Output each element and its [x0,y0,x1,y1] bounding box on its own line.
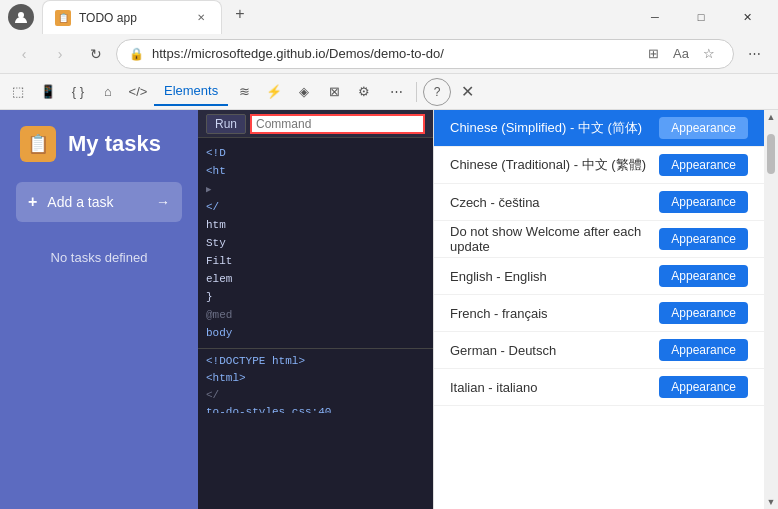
dropdown-item-label: Do not show Welcome after each update [450,224,659,254]
code-panel: Run <!D <ht ▶ </ htm Sty Filt elem } @me… [198,110,433,509]
devtools-right-with-scroll: Chinese (Simplified) - 中文 (简体)Appearance… [433,110,778,509]
memory-icon[interactable]: ◈ [290,78,318,106]
app-header: 📋 My tasks [0,110,198,174]
address-icons: ⊞ Aa ☆ [641,42,721,66]
close-button[interactable]: ✕ [724,0,770,34]
code-line: htm [198,216,433,234]
application-icon[interactable]: ⊠ [320,78,348,106]
code-line: Sty [198,234,433,252]
address-bar: ‹ › ↻ 🔒 https://microsoftedge.github.io/… [0,34,778,74]
separator [416,82,417,102]
code-line: <ht [198,162,433,180]
add-plus-icon: + [28,193,37,211]
main-area: 📋 My tasks + Add a task → No tasks defin… [0,110,778,509]
appearance-button[interactable]: Appearance [659,376,748,398]
scroll-up-button[interactable]: ▲ [764,110,778,124]
code-line: body [198,324,433,342]
lock-icon: 🔒 [129,47,144,61]
code-line: ▶ [198,180,433,198]
home-icon[interactable]: ⌂ [94,78,122,106]
more-tools-icon[interactable]: ⋯ [382,78,410,106]
add-arrow-icon: → [156,194,170,210]
appearance-button[interactable]: Appearance [659,265,748,287]
right-scrollbar: ▲ ▼ [764,110,778,509]
address-text: https://microsoftedge.github.io/Demos/de… [152,46,633,61]
minimize-button[interactable]: ─ [632,0,678,34]
dropdown-item[interactable]: Italian - italianoAppearance [434,369,764,406]
refresh-button[interactable]: ↻ [80,38,112,70]
code-line: <!D [198,144,433,162]
scroll-track [764,124,778,495]
dropdown-panel: Chinese (Simplified) - 中文 (简体)Appearance… [433,110,764,509]
bottom-code-line: </ [206,387,425,404]
browser-window: 📋 TODO app ✕ + ─ □ ✕ ‹ › ↻ 🔒 https://mic… [0,0,778,509]
scroll-thumb[interactable] [767,134,775,174]
run-bar: Run [198,110,433,138]
back-button[interactable]: ‹ [8,38,40,70]
dropdown-item-label: Chinese (Simplified) - 中文 (简体) [450,119,659,137]
appearance-button[interactable]: Appearance [659,339,748,361]
dropdown-item-label: English - English [450,269,659,284]
code-content: <!D <ht ▶ </ htm Sty Filt elem } @med bo… [198,138,433,348]
code-icon[interactable]: </> [124,78,152,106]
devtools-close-button[interactable]: ✕ [453,78,481,106]
dropdown-item-label: French - français [450,306,659,321]
run-button[interactable]: Run [206,114,246,134]
dropdown-item[interactable]: German - DeutschAppearance [434,332,764,369]
code-line: @med [198,306,433,324]
add-task-row[interactable]: + Add a task → [16,182,182,222]
dropdown-item[interactable]: English - EnglishAppearance [434,258,764,295]
bottom-code-line: <!DOCTYPE html> [206,353,425,370]
new-tab-button[interactable]: + [226,0,254,28]
address-input[interactable]: 🔒 https://microsoftedge.github.io/Demos/… [116,39,734,69]
appearance-button[interactable]: Appearance [659,228,748,250]
favorites-icon[interactable]: ☆ [697,42,721,66]
code-line: </ [198,198,433,216]
dropdown-item[interactable]: Do not show Welcome after each updateApp… [434,221,764,258]
bottom-code: <!DOCTYPE html> <html> </ to-do-styles.c… [198,348,433,413]
window-controls: ─ □ ✕ [632,0,770,34]
dropdown-item-label: Chinese (Traditional) - 中文 (繁體) [450,156,659,174]
dropdown-item-label: Italian - italiano [450,380,659,395]
forward-button[interactable]: › [44,38,76,70]
app-title: My tasks [68,131,161,157]
code-line: Filt [198,252,433,270]
appearance-button[interactable]: Appearance [659,302,748,324]
maximize-button[interactable]: □ [678,0,724,34]
active-tab[interactable]: 📋 TODO app ✕ [42,0,222,34]
split-screen-icon[interactable]: ⊞ [641,42,665,66]
read-aloud-icon[interactable]: Aa [669,42,693,66]
dropdown-item[interactable]: French - françaisAppearance [434,295,764,332]
bottom-code-line: <html> [206,370,425,387]
device-icon[interactable]: 📱 [34,78,62,106]
network-icon[interactable]: ≋ [230,78,258,106]
toolbar-right: ⋯ [738,38,770,70]
dropdown-item[interactable]: Chinese (Simplified) - 中文 (简体)Appearance [434,110,764,147]
appearance-button[interactable]: Appearance [659,154,748,176]
website-panel: 📋 My tasks + Add a task → No tasks defin… [0,110,198,509]
inspect-icon[interactable]: ⬚ [4,78,32,106]
code-line: elem [198,270,433,288]
tab-close-button[interactable]: ✕ [193,10,209,26]
devtools-main: Run <!D <ht ▶ </ htm Sty Filt elem } @me… [198,110,778,509]
dropdown-item[interactable]: Chinese (Traditional) - 中文 (繁體)Appearanc… [434,147,764,184]
dropdown-item-label: Czech - čeština [450,195,659,210]
performance-icon[interactable]: ⚡ [260,78,288,106]
command-input[interactable] [250,114,425,134]
elements-tab[interactable]: Elements [154,78,228,106]
no-tasks-text: No tasks defined [0,230,198,285]
tab-bar: 📋 TODO app ✕ + [42,0,624,34]
appearance-button[interactable]: Appearance [659,117,748,139]
profile-icon[interactable] [8,4,34,30]
help-button[interactable]: ? [423,78,451,106]
scroll-down-button[interactable]: ▼ [764,495,778,509]
devtools-right: Chinese (Simplified) - 中文 (简体)Appearance… [433,110,778,509]
bottom-code-link[interactable]: to-do-styles.css:40 [206,404,425,413]
appearance-button[interactable]: Appearance [659,191,748,213]
app-icon: 📋 [20,126,56,162]
settings-icon[interactable]: ⚙ [350,78,378,106]
source-icon[interactable]: { } [64,78,92,106]
dropdown-list: Chinese (Simplified) - 中文 (简体)Appearance… [434,110,764,509]
dropdown-item[interactable]: Czech - češtinaAppearance [434,184,764,221]
collections-icon[interactable]: ⋯ [738,38,770,70]
